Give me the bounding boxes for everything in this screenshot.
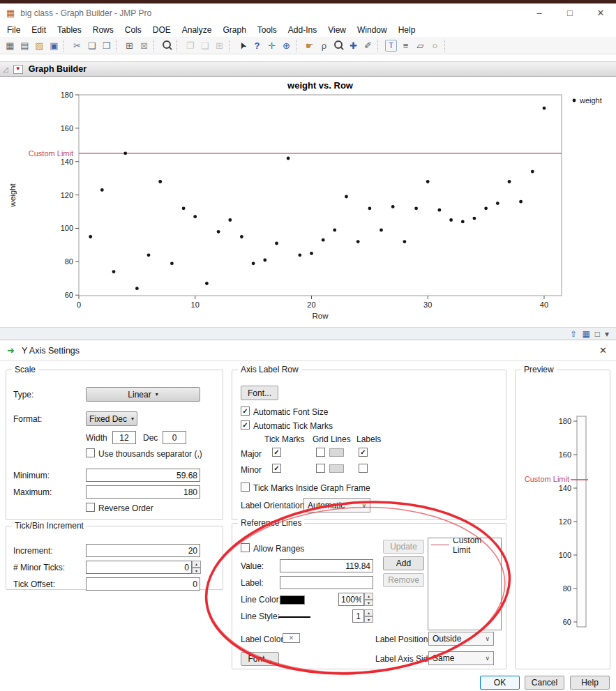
close-button[interactable]: ✕ [585,3,616,22]
new-data-table-icon[interactable]: ▦ [3,38,17,53]
cut-icon[interactable]: ✂ [70,38,84,53]
remove-button[interactable]: Remove [383,573,424,587]
allow-ranges-checkbox[interactable] [241,543,250,552]
update-button[interactable]: Update [383,540,424,554]
arrange-panels-icon[interactable]: ▦ [582,330,589,338]
major-grid-lines-checkbox[interactable] [316,448,325,457]
spin-down-icon[interactable] [364,600,373,607]
outline-collapse-icon[interactable]: ◿ [3,66,8,73]
polygon-tool-icon[interactable]: ▱ [413,38,428,53]
cancel-button[interactable]: Cancel [525,676,564,690]
spin-down-icon[interactable] [364,616,373,623]
line-style-sample[interactable] [278,616,310,618]
pen-tool-icon[interactable]: ✐ [361,38,375,53]
menu-add-ins[interactable]: Add-Ins [283,25,322,35]
ok-button[interactable]: OK [480,676,520,690]
menu-tables[interactable]: Tables [52,25,87,35]
reference-label-input[interactable] [280,576,373,589]
line-width-spinner[interactable] [364,609,373,623]
reference-line-item[interactable]: Custom Limit [428,538,501,552]
label-color-swatch[interactable] [283,633,300,643]
reference-lines-listbox[interactable]: Custom Limit [428,538,502,630]
copy-icon[interactable]: ❏ [84,38,99,53]
red-triangle-menu-button[interactable]: ▼ [13,65,23,74]
minor-tick-marks-checkbox[interactable] [272,464,281,473]
copy-picture-icon[interactable]: ❏ [197,38,212,53]
minimize-button[interactable]: – [524,3,555,22]
crosshair-tool-icon[interactable]: ✛ [264,38,279,53]
lock-icon[interactable]: ⊠ [137,38,151,53]
minimum-input[interactable] [86,469,200,482]
format-dropdown[interactable]: Fixed Dec [86,411,137,426]
brush-tool-icon[interactable]: ⊕ [279,38,294,53]
major-grid-color-swatch[interactable] [329,448,344,457]
run-script-icon[interactable]: ⊞ [122,38,137,53]
label-orientation-combo[interactable]: Automatic [303,498,370,512]
minor-grid-lines-checkbox[interactable] [316,464,325,473]
spin-up-icon[interactable] [364,609,373,616]
select-checkbox-icon[interactable]: □ [595,330,600,338]
minor-grid-color-swatch[interactable] [329,464,344,473]
line-opacity-spinner[interactable] [364,593,373,606]
line-width-input[interactable] [352,609,364,623]
menu-view[interactable]: View [322,25,352,35]
tick-offset-input[interactable] [86,577,200,591]
increment-input[interactable] [86,544,200,557]
dock-panel-icon[interactable]: ⇧ [570,330,577,338]
paste-icon[interactable]: ❒ [99,38,114,53]
menu-help[interactable]: Help [393,25,421,35]
panel-menu-icon[interactable]: ▾ [605,330,609,338]
minor-ticks-input[interactable] [86,561,192,574]
major-tick-marks-checkbox[interactable] [272,448,281,457]
line-tool-icon[interactable]: ≡ [398,38,413,53]
zoom-tool-icon[interactable] [331,38,346,53]
help-tool-icon[interactable]: ? [250,38,264,53]
scatter-plot[interactable]: 0102030406080100120140160180Custom Limit… [0,77,616,327]
automatic-font-size-checkbox[interactable] [241,407,250,416]
axis-font-button[interactable]: Font... [241,386,278,400]
menu-tools[interactable]: Tools [252,25,283,35]
menu-edit[interactable]: Edit [26,25,52,35]
line-opacity-input[interactable] [338,593,364,606]
new-journal-icon[interactable]: ▤ [17,38,32,53]
reference-value-input[interactable] [280,559,373,572]
tick-marks-inside-checkbox[interactable] [241,483,250,492]
open-icon[interactable]: ▨ [32,38,47,53]
search-icon[interactable] [160,38,174,53]
width-input[interactable] [112,431,136,444]
line-color-swatch[interactable] [280,595,305,605]
label-position-combo[interactable]: Outside [428,632,494,646]
add-button[interactable]: Add [383,556,424,570]
reference-font-button[interactable]: Font... [241,652,279,666]
minor-labels-checkbox[interactable] [359,464,368,473]
maximum-input[interactable] [86,485,200,499]
menu-rows[interactable]: Rows [87,25,119,35]
reverse-order-checkbox[interactable] [86,503,95,512]
menu-analyze[interactable]: Analyze [176,25,218,35]
dec-input[interactable] [163,431,186,444]
plus-tool-icon[interactable]: ✚ [346,38,361,53]
menu-graph[interactable]: Graph [217,25,251,35]
menu-doe[interactable]: DOE [147,25,176,35]
oval-tool-icon[interactable]: ○ [428,38,442,53]
lasso-tool-icon[interactable]: ρ [317,38,331,53]
paste-special-icon[interactable]: ❐ [183,38,197,53]
spin-up-icon[interactable] [364,593,373,600]
spin-down-icon[interactable] [192,568,201,575]
label-axis-side-combo[interactable]: Same [428,651,494,665]
help-button[interactable]: Help [570,676,610,690]
menu-cols[interactable]: Cols [119,25,147,35]
annotate-tool-icon[interactable]: T [385,40,397,52]
automatic-tick-marks-checkbox[interactable] [241,420,250,430]
scale-type-dropdown[interactable]: Linear [86,387,200,402]
thousands-separator-checkbox[interactable] [86,448,95,457]
menu-file[interactable]: File [1,25,26,35]
major-labels-checkbox[interactable] [359,448,368,457]
minor-ticks-spinner[interactable] [192,561,201,574]
dialog-close-icon[interactable]: ✕ [599,345,607,356]
layout-icon[interactable]: ⊞ [212,38,227,53]
maximize-button[interactable]: □ [555,3,585,22]
save-icon[interactable]: ▣ [47,38,61,53]
menu-window[interactable]: Window [352,25,393,35]
graph-builder-header[interactable]: ◿ ▼ Graph Builder [0,61,616,77]
